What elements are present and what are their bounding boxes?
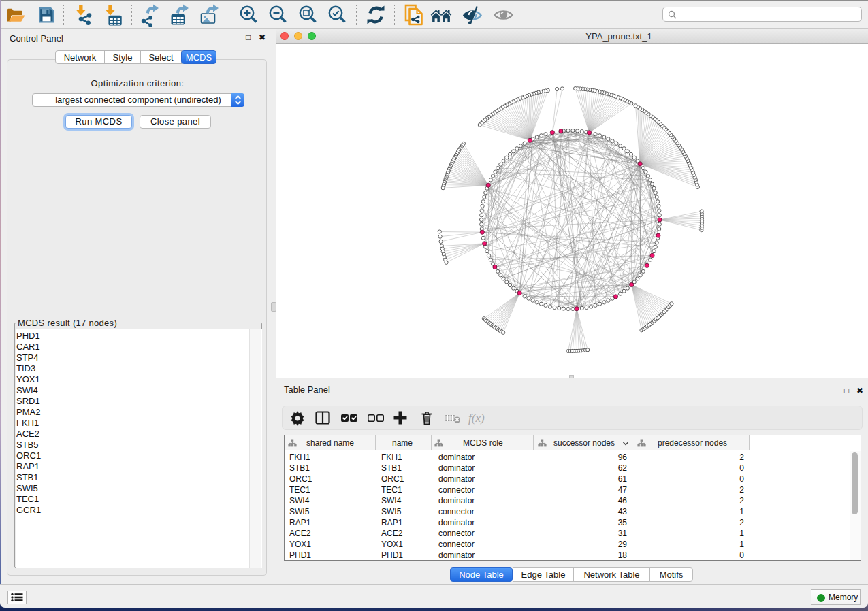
svg-text:f(x): f(x) [468,412,485,425]
